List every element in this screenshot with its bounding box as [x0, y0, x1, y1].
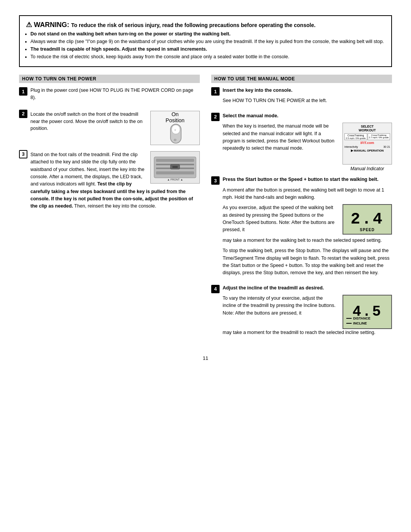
incline-label-text: INCLINE [353, 321, 367, 325]
step-number-1-right: 1 [211, 87, 220, 96]
step-2-right-text: When the key is inserted, the manual mod… [223, 123, 337, 152]
speed-display: 2.4 SPEED [342, 204, 392, 235]
step-number-2-right: 2 [211, 113, 220, 121]
speed-number: 2.4 [350, 211, 384, 227]
distance-line [346, 318, 352, 319]
warning-list: Do not stand on the walking belt when tu… [26, 31, 385, 59]
step-4-incline-row: To vary the intensity of your exercise, … [223, 295, 392, 329]
step-3-speed-row: As you exercise, adjust the speed of the… [223, 204, 392, 237]
step-2-left-text: Locate the on/off switch on the front of… [30, 111, 145, 132]
step-3-left-content: ▲ FRONT ▲ Stand on the foot rails of the… [30, 150, 200, 213]
step-2-row: Locate the on/off switch on the front of… [30, 111, 200, 145]
right-step-4: 4 Adjust the incline of the treadmill as… [211, 284, 392, 340]
step-2-left-content: Locate the on/off switch on the front of… [30, 109, 200, 145]
step-number-4-right: 4 [211, 285, 220, 293]
incline-indicators: DISTANCE INCLINE [346, 316, 370, 325]
step-number-3-left: 3 [19, 150, 27, 158]
step-1-right-text: See HOW TO TURN ON THE POWER at the left… [223, 97, 392, 104]
step-4-right-content: Adjust the incline of the treadmill as d… [223, 284, 392, 340]
incline-line [346, 323, 352, 324]
speed-label: SPEED [343, 228, 391, 232]
panel-header: SELECTWORKOUT [344, 125, 390, 132]
speed-display-container: 2.4 SPEED [342, 204, 392, 235]
step-2-right-title: Select the manual mode. [223, 112, 392, 120]
incline-display: 4.5 DISTANCE INCLINE [342, 295, 392, 329]
page-number: 11 [19, 355, 392, 361]
panel-grid: CrossTraining2.5 mph / 0% grade Cross/Tr… [344, 133, 390, 140]
step-3-para1: A moment after the button is pressed, th… [223, 187, 392, 201]
step-1-left-text: Plug in the power cord (see HOW TO PLUG … [30, 87, 200, 102]
svg-rect-8 [156, 171, 194, 174]
left-step-2: 2 Locate the on/off switch on the front … [19, 109, 200, 145]
svg-rect-10 [172, 166, 178, 168]
step-3-right-title: Press the Start button or the Speed + bu… [223, 176, 392, 183]
panel-numbers: 30 21 [383, 145, 390, 148]
panel-manual: ▶ MANUAL OPERATION [344, 149, 390, 152]
svg-text:O: O [174, 138, 176, 142]
svg-text:▲ FRONT ▲: ▲ FRONT ▲ [167, 178, 183, 181]
step-3-para2-before: As you exercise, adjust the speed of the… [223, 204, 337, 234]
two-column-layout: HOW TO TURN ON THE POWER 1 Plug in the p… [19, 75, 392, 344]
workout-panel: SELECTWORKOUT CrossTraining2.5 mph / 0% … [342, 123, 392, 165]
step-4-title: Adjust the incline of the treadmill as d… [223, 284, 392, 292]
left-column: HOW TO TURN ON THE POWER 1 Plug in the p… [19, 75, 200, 218]
warning-item-2: Always wear the clip (see "I"on page 9) … [30, 39, 385, 44]
step-number-1-left: 1 [19, 87, 27, 96]
step-number-2-left: 2 [19, 110, 27, 118]
panel-cell-2: Cross/Trekking2.7 mph / 0% grade [368, 133, 390, 140]
step-3-right-content: Press the Start button or the Speed + bu… [223, 176, 392, 280]
warning-item-3: The treadmill is capable of high speeds.… [30, 46, 385, 52]
step-4-text-before: To vary the intensity of your exercise, … [223, 295, 337, 317]
right-step-3: 3 Press the Start button or the Speed + … [211, 176, 392, 280]
incline-display-container: 4.5 DISTANCE INCLINE [342, 295, 392, 329]
step-1-right-content: Insert the key into the console. See HOW… [223, 87, 392, 108]
warning-box: ⚠ WARNING: To reduce the risk of serious… [19, 15, 392, 67]
right-step-2: 2 Select the manual mode. When the key i… [211, 112, 392, 171]
warning-icon: ⚠ [26, 21, 32, 29]
panel-cell-1: CrossTraining2.5 mph / 0% grade [344, 133, 367, 140]
step-number-3-right: 3 [211, 176, 220, 185]
left-step-1: 1 Plug in the power cord (see HOW TO PLU… [19, 87, 200, 105]
switch-diagram-container: On Position I O [150, 111, 200, 145]
switch-svg: I O [165, 123, 186, 144]
left-step-3: 3 [19, 150, 200, 213]
distance-label: DISTANCE [353, 316, 370, 320]
distance-indicator: DISTANCE [346, 316, 370, 320]
warning-item-4: To reduce the risk of electric shock, ke… [30, 54, 385, 59]
warning-subtitle: To reduce the risk of serious injury, re… [71, 22, 315, 28]
foot-diagram: ▲ FRONT ▲ [150, 151, 200, 184]
step-1-left-content: Plug in the power cord (see HOW TO PLUG … [30, 87, 200, 105]
manual-indicator-label: Manual Indicator [342, 166, 392, 171]
left-section-header: HOW TO TURN ON THE POWER [19, 75, 200, 83]
step-3-para3: To stop the walking belt, press the Stop… [223, 247, 392, 277]
right-section-header: HOW TO USE THE MANUAL MODE [211, 75, 392, 83]
warning-title: ⚠ WARNING: To reduce the risk of serious… [26, 21, 385, 29]
step-2-right-content: Select the manual mode. When the key is … [223, 112, 392, 171]
step-4-text-after: may take a moment for the treadmill to r… [223, 329, 392, 336]
panel-diagram-container: SELECTWORKOUT CrossTraining2.5 mph / 0% … [342, 123, 392, 171]
on-position-label: On Position [166, 111, 185, 123]
step-3-para2-after: may take a moment for the walking belt t… [223, 237, 392, 244]
switch-diagram: On Position I O [150, 111, 200, 145]
step-3-left-text-block: ▲ FRONT ▲ Stand on the foot rails of the… [30, 151, 200, 213]
right-column: HOW TO USE THE MANUAL MODE 1 Insert the … [211, 75, 392, 344]
step-1-right-title: Insert the key into the console. [223, 87, 392, 94]
step-3-row: ▲ FRONT ▲ Stand on the foot rails of the… [30, 151, 200, 213]
svg-rect-1 [172, 125, 180, 134]
page-container: ⚠ WARNING: To reduce the risk of serious… [19, 15, 392, 361]
right-step-1: 1 Insert the key into the console. See H… [211, 87, 392, 108]
warning-word: WARNING: [34, 21, 69, 29]
on-position-text: On Position [166, 111, 185, 123]
svg-text:I: I [174, 128, 175, 132]
svg-rect-5 [156, 159, 194, 162]
panel-logo: iFIT.com [344, 141, 390, 145]
foot-rail-svg: ▲ FRONT ▲ [152, 153, 198, 182]
incline-indicator: INCLINE [346, 321, 370, 325]
step-2-right-row: When the key is inserted, the manual mod… [223, 123, 392, 171]
warning-item-1: Do not stand on the walking belt when tu… [30, 31, 385, 37]
panel-interactivity: Interactivity [344, 145, 358, 148]
